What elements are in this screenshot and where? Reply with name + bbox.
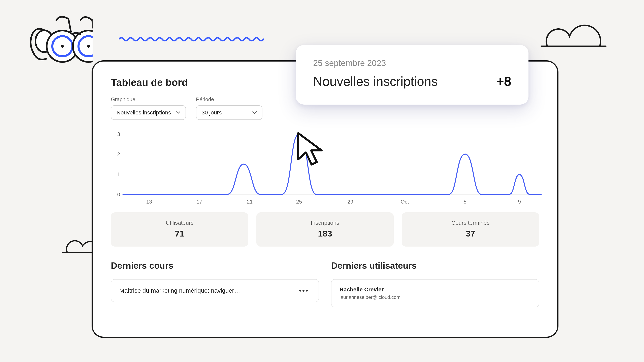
period-select[interactable]: 30 jours (196, 105, 262, 120)
chart-tooltip: 25 septembre 2023 Nouvelles inscriptions… (296, 45, 528, 105)
stat-label: Cours terminés (406, 220, 535, 226)
stat-value: 37 (406, 229, 535, 239)
chart-filter-label: Graphique (111, 96, 186, 103)
user-email: laurianneselber@icloud.com (340, 295, 400, 300)
x-tick: 17 (196, 199, 202, 205)
stat-users[interactable]: Utilisateurs 71 (111, 212, 248, 247)
svg-point-6 (87, 45, 90, 48)
user-name: Rachelle Crevier (340, 286, 400, 293)
y-tick: 3 (117, 131, 120, 137)
chart-type-select[interactable]: Nouvelles inscriptions (111, 105, 186, 120)
x-tick: 21 (247, 199, 253, 205)
y-tick: 2 (117, 151, 120, 157)
panel-title: Derniers utilisateurs (331, 261, 539, 271)
course-title: Maîtrise du marketing numérique: navigue… (119, 287, 240, 294)
x-tick: 9 (518, 199, 521, 205)
stat-value: 183 (260, 229, 390, 239)
y-tick: 0 (117, 191, 120, 198)
stat-label: Utilisateurs (115, 220, 244, 226)
svg-point-3 (61, 45, 64, 48)
stat-label: Inscriptions (260, 220, 390, 226)
x-tick: 13 (146, 199, 152, 205)
chevron-down-icon (252, 111, 257, 114)
binoculars-illustration (14, 12, 92, 65)
cursor-icon (296, 131, 326, 168)
latest-users-panel: Derniers utilisateurs Rachelle Crevier l… (331, 261, 539, 307)
stats-row: Utilisateurs 71 Inscriptions 183 Cours t… (111, 212, 539, 247)
chart-type-value: Nouvelles inscriptions (116, 109, 171, 116)
bottom-panels: Derniers cours Maîtrise du marketing num… (111, 261, 539, 307)
period-filter-label: Période (196, 96, 262, 103)
tooltip-label: Nouvelles inscriptions (313, 74, 438, 89)
wavy-divider (119, 36, 264, 43)
tooltip-value: +8 (496, 74, 511, 89)
stat-signups[interactable]: Inscriptions 183 (256, 212, 394, 247)
y-tick: 1 (117, 171, 120, 177)
stat-value: 71 (115, 229, 244, 239)
stat-completed-courses[interactable]: Cours terminés 37 (402, 212, 539, 247)
cloud-illustration (537, 18, 610, 51)
x-tick: 25 (296, 199, 302, 205)
chevron-down-icon (176, 111, 180, 114)
x-tick: 29 (348, 199, 354, 205)
x-tick: 5 (464, 199, 466, 205)
more-actions-icon[interactable]: ••• (297, 286, 310, 295)
tooltip-date: 25 septembre 2023 (313, 58, 511, 68)
course-card[interactable]: Maîtrise du marketing numérique: navigue… (111, 279, 319, 302)
period-value: 30 jours (202, 109, 222, 116)
latest-courses-panel: Derniers cours Maîtrise du marketing num… (111, 261, 319, 307)
user-card[interactable]: Rachelle Crevier laurianneselber@icloud.… (331, 279, 539, 307)
x-tick: Oct (401, 199, 409, 205)
panel-title: Derniers cours (111, 261, 319, 271)
